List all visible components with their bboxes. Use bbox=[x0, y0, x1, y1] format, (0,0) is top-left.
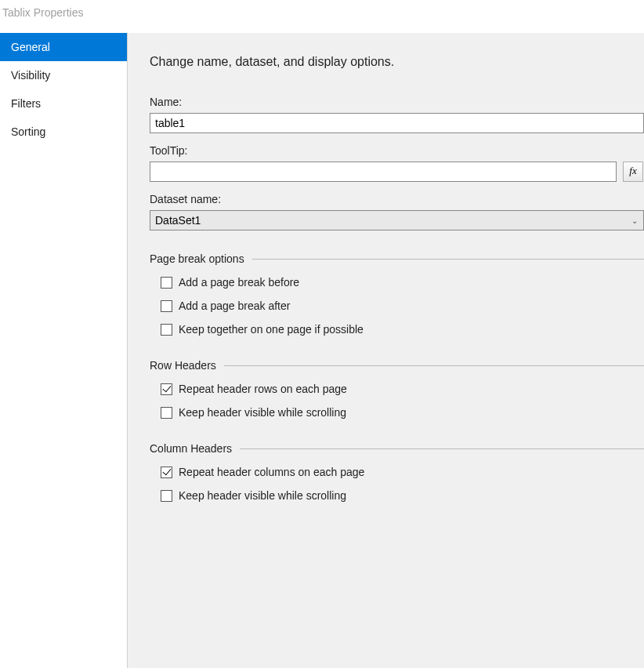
checkbox-label: Add a page break after bbox=[179, 300, 290, 312]
group-rowheaders: Row Headers Repeat header rows on each p… bbox=[150, 359, 644, 419]
group-title-pagebreak: Page break options bbox=[150, 252, 244, 265]
expression-button[interactable]: fx bbox=[623, 162, 643, 182]
name-input[interactable] bbox=[150, 113, 644, 133]
checkbox-repeat-row-headers[interactable]: Repeat header rows on each page bbox=[161, 383, 644, 395]
checkbox-row-header-visible[interactable]: Keep header visible while scrolling bbox=[161, 406, 644, 419]
group-title-rowheaders: Row Headers bbox=[150, 359, 216, 372]
checkbox-label: Keep header visible while scrolling bbox=[179, 406, 346, 419]
checkbox-icon bbox=[161, 324, 172, 336]
main-panel: Change name, dataset, and display option… bbox=[128, 33, 644, 668]
name-label: Name: bbox=[150, 96, 644, 108]
fx-icon: fx bbox=[629, 165, 636, 177]
checkbox-icon bbox=[161, 277, 172, 289]
window-title: Tablix Properties bbox=[0, 0, 644, 33]
checkbox-icon bbox=[161, 300, 172, 312]
sidebar-item-sorting[interactable]: Sorting bbox=[0, 118, 127, 146]
checkbox-icon bbox=[161, 467, 172, 478]
checkbox-keep-together[interactable]: Keep together on one page if possible bbox=[161, 323, 644, 336]
checkbox-label: Keep together on one page if possible bbox=[179, 323, 364, 336]
tooltip-input[interactable] bbox=[150, 162, 617, 182]
group-colheaders: Column Headers Repeat header columns on … bbox=[150, 442, 644, 502]
group-title-colheaders: Column Headers bbox=[150, 442, 232, 455]
checkbox-col-header-visible[interactable]: Keep header visible while scrolling bbox=[161, 489, 644, 502]
checkbox-label: Add a page break before bbox=[179, 276, 299, 289]
checkbox-label: Keep header visible while scrolling bbox=[179, 489, 346, 502]
page-heading: Change name, dataset, and display option… bbox=[150, 55, 644, 69]
sidebar: General Visibility Filters Sorting bbox=[0, 33, 128, 668]
group-pagebreak: Page break options Add a page break befo… bbox=[150, 252, 644, 336]
checkbox-icon bbox=[161, 407, 172, 419]
checkbox-icon bbox=[161, 383, 172, 395]
divider bbox=[252, 259, 644, 260]
checkbox-label: Repeat header columns on each page bbox=[179, 466, 364, 478]
checkbox-repeat-col-headers[interactable]: Repeat header columns on each page bbox=[161, 466, 644, 478]
sidebar-item-general[interactable]: General bbox=[0, 33, 127, 61]
checkbox-pagebreak-before[interactable]: Add a page break before bbox=[161, 276, 644, 289]
checkbox-pagebreak-after[interactable]: Add a page break after bbox=[161, 300, 644, 312]
divider bbox=[240, 448, 644, 449]
sidebar-item-visibility[interactable]: Visibility bbox=[0, 61, 127, 89]
divider bbox=[224, 365, 644, 366]
checkbox-icon bbox=[161, 490, 172, 502]
checkbox-label: Repeat header rows on each page bbox=[179, 383, 347, 395]
sidebar-item-filters[interactable]: Filters bbox=[0, 89, 127, 118]
dataset-select[interactable]: DataSet1 bbox=[150, 210, 644, 231]
dataset-label: Dataset name: bbox=[150, 193, 644, 205]
tooltip-label: ToolTip: bbox=[150, 144, 644, 157]
